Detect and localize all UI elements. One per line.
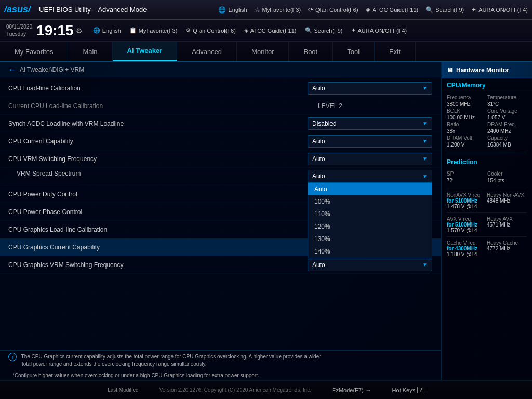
timebar-search-label: Search(F9) [314,28,343,34]
setting-cpu-loadline: CPU Load-line Calibration Auto ▼ [0,79,441,97]
favorite-icon: ☆ [255,6,260,14]
setting-synch-acdc-label: Synch ACDC Loadline with VRM Loadline [8,120,308,127]
tab-tool[interactable]: Tool [332,42,375,61]
capacity-value: 16384 MB [487,142,527,148]
cache-left: for 4300MHz 1.180 V @L4 [447,246,487,257]
timebar-search[interactable]: 🔍 Search(F9) [305,27,343,34]
timebar-aioc[interactable]: ◈ AI OC Guide(F11) [244,27,297,34]
vrm-option-140[interactable]: 140% [308,245,432,258]
header-aura[interactable]: ✦ AURA ON/OFF(F4) [471,6,528,14]
sp-label: SP [447,171,486,177]
setting-vrm-spread-label: VRM Spread Spectrum [8,170,308,177]
avx-volt: 1.570 V @L4 [447,228,487,233]
heavy-cache-label: Heavy Cache [487,240,527,246]
prediction-title: Prediction [442,155,532,168]
timebar-aura-icon: ✦ [351,27,356,34]
freq-label: Frequency [447,95,486,100]
setting-cpu-graphics-vrm-label: CPU Graphics VRM Switching Frequency [8,261,308,269]
vrm-option-120[interactable]: 120% [308,220,432,233]
freq-value: 3800 MHz [447,101,486,107]
cpu-current-cap-dropdown[interactable]: Auto ▼ [308,135,432,148]
setting-current-loadline: Current CPU Load-line Calibration LEVEL … [0,97,441,115]
qfan-icon: ⟳ [308,6,313,14]
cpu-vrm-freq-dropdown[interactable]: Auto ▼ [308,153,432,165]
ez-mode-button[interactable]: EzMode(F7) → [332,387,371,393]
timebar-aura[interactable]: ✦ AURA ON/OFF(F4) [351,27,407,34]
cpu-graphics-vrm-dropdown[interactable]: Auto ▼ [308,259,432,271]
hot-keys-icon: ? [417,387,424,393]
vrm-spread-dropdown[interactable]: Auto ▼ [308,170,432,182]
timebar: 08/11/2020 Tuesday 19:15 ⚙ 🌐 English 📋 M… [0,20,532,42]
ez-mode-label: EzMode(F7) [332,387,364,393]
footer-version: Version 2.20.1276. Copyright (C) 2020 Am… [159,387,311,393]
tab-my-favorites[interactable]: My Favorites [0,42,68,61]
info-text2: total power range and extends the overcl… [22,361,207,367]
temp-label: Temperature [487,95,527,100]
info-text3: *Configure higher values when overclocki… [12,373,259,378]
dropdown-arrow-3: ▼ [422,138,428,144]
hot-keys-button[interactable]: Hot Keys ? [392,387,424,393]
timebar-english-label: English [102,28,121,34]
setting-cpu-graphics-loadline-label: CPU Graphics Load-line Calibration [8,226,318,233]
timebar-myfavorite[interactable]: 📋 MyFavorite(F3) [129,27,178,34]
header-search[interactable]: 🔍 Search(F9) [425,6,464,14]
ai-icon: ◈ [366,6,370,14]
cooler-label: Cooler [487,171,527,177]
pred-divider3 [447,236,527,237]
header-english[interactable]: 🌐 English [218,6,247,14]
timebar-qfan[interactable]: ⚙ Qfan Control(F6) [185,27,236,34]
header-aioc[interactable]: ◈ AI OC Guide(F11) [366,6,419,14]
setting-cpu-vrm-freq-label: CPU VRM Switching Frequency [8,155,308,163]
timebar-fav-icon: 📋 [129,27,137,34]
vrm-option-auto[interactable]: Auto [308,183,432,195]
cache-volt: 1.180 V @L4 [447,251,487,257]
setting-cpu-loadline-label: CPU Load-line Calibration [8,85,308,92]
header-myfavorite[interactable]: ☆ MyFavorite(F3) [255,6,301,14]
cpu-graphics-vrm-value: Auto [312,261,325,269]
timebar-items: 🌐 English 📋 MyFavorite(F3) ⚙ Qfan Contro… [93,27,407,34]
tab-exit[interactable]: Exit [375,42,416,61]
heavy-avx-value: 4571 MHz [487,222,527,233]
tab-monitor[interactable]: Monitor [237,42,289,61]
pred-avx-grid: AVX V req Heavy AVX for 5100MHz 1.570 V … [447,216,527,233]
ez-mode-arrow: → [366,387,371,393]
bclk-label: BCLK [447,108,486,114]
ratio-label: Ratio [447,122,486,127]
nonavx-left: for 5100MHz 1.478 V @L4 [447,198,487,209]
synch-acdc-dropdown[interactable]: Disabled ▼ [308,117,432,130]
settings-icon[interactable]: ⚙ [76,26,83,35]
info-text1: The CPU Graphics current capability adju… [21,354,321,360]
vrm-option-130[interactable]: 130% [308,233,432,245]
cpu-loadline-dropdown[interactable]: Auto ▼ [308,82,432,95]
info-icon: i [8,353,17,361]
cache-freq: for 4300MHz [447,246,487,251]
timebar-globe-icon: 🌐 [93,27,100,34]
back-arrow[interactable]: ← [8,65,16,74]
pred-row-cache: Cache V req Heavy Cache for 4300MHz 1.18… [442,239,532,258]
header-aura-label: AURA ON/OFF(F4) [478,7,528,13]
date-display: 08/11/2020 Tuesday [6,23,32,38]
vrm-option-100[interactable]: 100% [308,195,432,208]
bclk-value: 100.00 MHz [447,115,486,121]
cpu-memory-title: CPU/Memory [442,78,532,91]
setting-cpu-current-cap-label: CPU Current Capability [8,138,308,145]
header-search-label: Search(F9) [435,7,464,13]
timebar-fav-label: MyFavorite(F3) [139,28,178,34]
dram-freq-label: DRAM Freq. [487,122,527,127]
tab-ai-tweaker[interactable]: Ai Tweaker [113,42,178,61]
timebar-english[interactable]: 🌐 English [93,27,121,34]
date-line1: 08/11/2020 [6,23,32,31]
vrm-option-110[interactable]: 110% [308,208,432,220]
tab-advanced[interactable]: Advanced [177,42,237,61]
pred-row-nonavx: NonAVX V req Heavy Non-AVX for 5100MHz 1… [442,191,532,210]
vrm-spread-menu: Auto 100% 110% 120% 130% 140% [308,182,432,258]
breadcrumb: ← Ai Tweaker\DIGI+ VRM [0,62,441,77]
core-voltage-label: Core Voltage [487,108,527,114]
header-qfan[interactable]: ⟳ Qfan Control(F6) [308,6,358,14]
header-myfavorite-label: MyFavorite(F3) [262,7,301,13]
avx-req-label: AVX V req [447,216,487,222]
setting-cpu-graphics-vrm: CPU Graphics VRM Switching Frequency Aut… [0,256,441,274]
tab-main[interactable]: Main [68,42,112,61]
tab-boot[interactable]: Boot [289,42,332,61]
heavy-nonavx-value: 4848 MHz [487,198,527,209]
